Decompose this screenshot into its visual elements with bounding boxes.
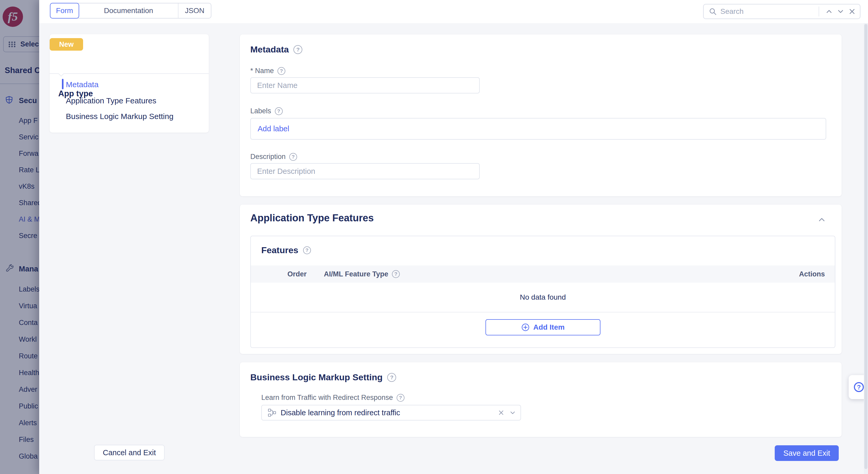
sidebar-section-security[interactable]: Secu	[19, 96, 37, 105]
description-input[interactable]	[250, 163, 480, 179]
column-feature-type: AI/ML Feature Type	[324, 270, 389, 278]
clear-icon[interactable]	[498, 409, 504, 416]
sidebar-item-vk8s[interactable]: vK8s	[19, 182, 34, 191]
metadata-section-title: Metadata	[250, 44, 289, 55]
view-tabs: Documentation JSON Form	[50, 3, 211, 19]
shield-icon	[5, 96, 13, 104]
sidebar-item-conta[interactable]: Conta	[19, 318, 38, 327]
sidebar-item-workl[interactable]: Workl	[19, 335, 37, 343]
form-nav-card: New App type Metadata Application Type F…	[50, 34, 209, 133]
sidebar-item-app-f[interactable]: App F	[19, 116, 38, 125]
plus-circle-icon	[521, 323, 530, 332]
business-logic-title: Business Logic Markup Setting	[250, 372, 382, 382]
active-item-indicator	[62, 79, 63, 89]
name-field-label: * Name	[250, 67, 274, 75]
sidebar-item-route[interactable]: Route	[19, 352, 38, 360]
search-prev-button[interactable]	[823, 6, 835, 17]
chevron-down-icon	[837, 8, 844, 15]
namespace-select-button[interactable]: Selec	[3, 36, 39, 52]
labels-field: Add label	[250, 118, 826, 140]
question-circle-icon	[854, 382, 864, 392]
name-input[interactable]	[250, 77, 480, 94]
sidebar-item-secre[interactable]: Secre	[19, 232, 37, 240]
column-order: Order	[287, 270, 307, 278]
add-label-button[interactable]: Add label	[258, 125, 289, 133]
metadata-section: Metadata * Name Labels Add label Descrip…	[240, 34, 842, 196]
info-icon[interactable]	[387, 373, 396, 382]
table-header-row: Order AI/ML Feature Type Actions	[251, 266, 835, 283]
sidebar-item-labels[interactable]: Labels	[19, 285, 39, 293]
tab-json[interactable]: JSON	[178, 3, 211, 18]
divider	[0, 83, 39, 84]
divider	[50, 73, 209, 74]
new-badge: New	[50, 38, 83, 50]
f5-logo: f5	[3, 6, 23, 27]
screen: f5 Selec Shared C Secu App F Servic Forw…	[0, 0, 868, 474]
sidebar-item-alerts[interactable]: Alerts	[19, 419, 37, 427]
tab-form[interactable]: Form	[50, 3, 79, 19]
column-actions: Actions	[799, 270, 825, 278]
business-logic-markup-section: Business Logic Markup Setting Learn from…	[240, 362, 842, 437]
nav-item-application-type-features[interactable]: Application Type Features	[66, 96, 156, 105]
nav-item-business-logic-markup-setting[interactable]: Business Logic Markup Setting	[66, 112, 174, 121]
search-next-button[interactable]	[835, 6, 846, 17]
no-data-text: No data found	[520, 293, 566, 302]
labels-field-label: Labels	[250, 107, 271, 115]
info-icon[interactable]	[275, 107, 283, 115]
close-icon	[849, 8, 856, 15]
add-item-label: Add Item	[533, 323, 565, 332]
grid-icon	[8, 40, 16, 48]
chevron-up-icon	[826, 8, 833, 15]
sidebar-item-adver[interactable]: Adver	[19, 385, 37, 394]
sidebar-item-forwa[interactable]: Forwa	[19, 149, 38, 158]
sidebar-item-public[interactable]: Public	[19, 402, 38, 410]
sidebar-item-virtua[interactable]: Virtua	[19, 302, 37, 310]
info-icon[interactable]	[289, 153, 297, 161]
collapse-section-button[interactable]	[816, 214, 827, 225]
search-bar	[703, 4, 861, 19]
redirect-response-select[interactable]: Disable learning from redirect traffic	[261, 405, 521, 420]
sidebar-item-servic[interactable]: Servic	[19, 133, 38, 141]
chevron-down-icon[interactable]	[509, 409, 516, 416]
magnifier-icon	[709, 7, 717, 15]
sidebar-item-shared[interactable]: Shared	[19, 199, 39, 207]
redirect-response-label: Learn from Traffic with Redirect Respons…	[261, 394, 393, 402]
add-item-button[interactable]: Add Item	[486, 319, 600, 335]
chevron-up-icon	[818, 216, 826, 224]
cancel-and-exit-button[interactable]: Cancel and Exit	[94, 445, 165, 461]
sidebar-item-health[interactable]: Health	[19, 369, 39, 377]
features-table-card: Features Order AI/ML Feature Type Action…	[250, 236, 835, 348]
description-field-label: Description	[250, 153, 286, 161]
workspace-title: Shared C	[5, 66, 39, 75]
scrollbar-thumb[interactable]	[864, 24, 867, 469]
info-icon[interactable]	[303, 246, 311, 254]
sidebar-item-globa[interactable]: Globa	[19, 452, 38, 461]
info-icon[interactable]	[397, 394, 404, 402]
tab-documentation[interactable]: Documentation	[79, 3, 178, 18]
select-label: Selec	[20, 40, 39, 48]
features-title: Features	[261, 245, 299, 255]
background-page: f5 Selec Shared C Secu App F Servic Forw…	[0, 0, 39, 474]
info-icon[interactable]	[293, 45, 302, 54]
collapse-notch-icon[interactable]	[58, 71, 64, 77]
wrench-icon	[5, 264, 14, 273]
search-close-button[interactable]	[846, 6, 858, 17]
divider	[818, 6, 819, 16]
selected-option-text: Disable learning from redirect traffic	[281, 408, 400, 417]
sidebar-item-files[interactable]: Files	[19, 435, 34, 444]
application-type-features-section: Application Type Features Features Order…	[240, 205, 842, 354]
sidebar-section-manage[interactable]: Mana	[19, 265, 38, 273]
info-icon[interactable]	[392, 270, 400, 278]
application-type-features-title: Application Type Features	[250, 212, 374, 224]
info-icon[interactable]	[278, 67, 285, 75]
search-input[interactable]	[720, 7, 816, 16]
sidebar-item-rate-l[interactable]: Rate L	[19, 166, 39, 174]
table-empty-row: No data found	[251, 283, 835, 312]
nav-item-metadata[interactable]: Metadata	[66, 80, 98, 89]
sidebar-item-ai-ml[interactable]: AI & M	[19, 215, 39, 224]
save-and-exit-button[interactable]: Save and Exit	[775, 445, 839, 461]
workflow-icon	[268, 408, 276, 417]
